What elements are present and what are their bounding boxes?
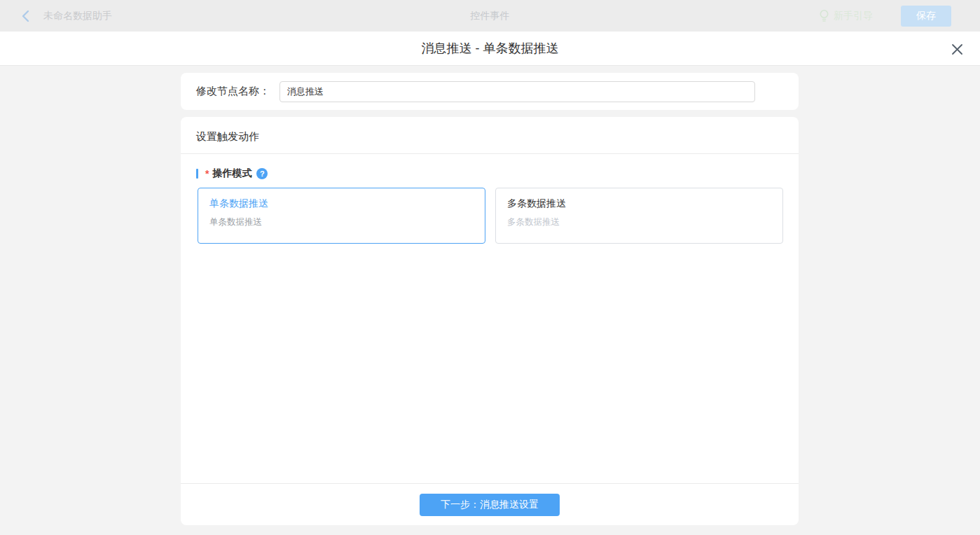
top-app-bar: 未命名数据助手 控件事件 新手引导 保存 (0, 0, 980, 32)
card-footer: 下一步：消息推送设置 (181, 483, 799, 525)
operation-mode-label: 操作模式 (212, 167, 251, 180)
operation-mode-options: 单条数据推送 单条数据推送 多条数据推送 多条数据推送 (181, 188, 799, 244)
modal-header: 消息推送 - 单条数据推送 (0, 32, 980, 66)
accent-bar (196, 169, 198, 179)
question-circle-icon[interactable] (256, 168, 268, 179)
beginner-guide-button[interactable]: 新手引导 (819, 9, 873, 23)
save-button[interactable]: 保存 (901, 6, 951, 27)
chevron-left-icon (21, 10, 31, 22)
option-multi-push[interactable]: 多条数据推送 多条数据推送 (495, 188, 783, 244)
close-icon (951, 43, 963, 55)
option-single-push[interactable]: 单条数据推送 单条数据推送 (198, 188, 485, 244)
section-title: 设置触发动作 (181, 117, 799, 154)
required-mark: * (205, 168, 209, 179)
node-name-card: 修改节点名称： (181, 73, 799, 110)
option-desc: 多条数据推送 (507, 216, 771, 228)
back-button[interactable] (18, 8, 34, 24)
next-step-button[interactable]: 下一步：消息推送设置 (420, 494, 560, 516)
option-title: 单条数据推送 (209, 197, 474, 210)
modal-body: 修改节点名称： 设置触发动作 * 操作模式 单条数据推送 单条数据推送 多条数据… (0, 67, 980, 535)
modal-title: 消息推送 - 单条数据推送 (422, 40, 559, 57)
option-title: 多条数据推送 (507, 197, 771, 210)
topbar-right: 新手引导 保存 (819, 6, 980, 27)
lightbulb-icon (819, 9, 829, 23)
node-name-input[interactable] (279, 81, 755, 102)
node-name-label: 修改节点名称： (196, 85, 270, 98)
option-desc: 单条数据推送 (209, 216, 474, 228)
topbar-left: 未命名数据助手 (0, 8, 112, 24)
operation-mode-field: * 操作模式 (181, 167, 799, 180)
beginner-guide-label: 新手引导 (834, 10, 873, 22)
trigger-action-card: 设置触发动作 * 操作模式 单条数据推送 单条数据推送 多条数据推送 多条数据推… (181, 117, 799, 525)
app-title: 未命名数据助手 (43, 10, 112, 22)
close-button[interactable] (948, 40, 966, 58)
